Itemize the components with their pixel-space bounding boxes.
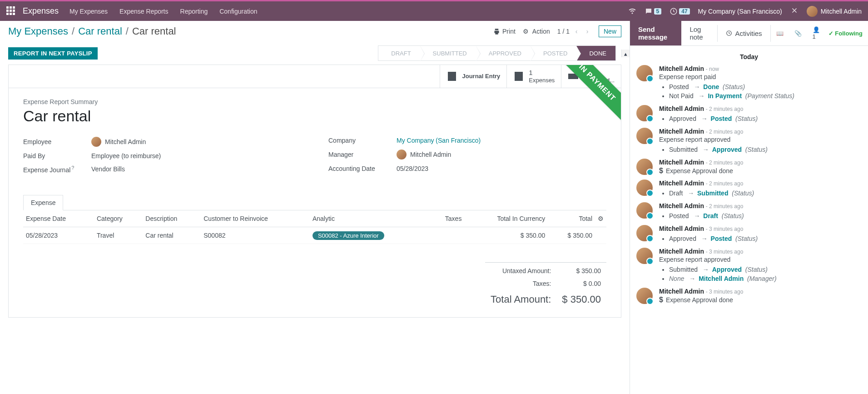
chatter: Send message Log note Activities 📖 📎 👤1 …: [630, 21, 868, 394]
msg-author[interactable]: Mitchell Admin: [659, 65, 704, 72]
th-taxes[interactable]: Taxes: [430, 210, 465, 227]
wifi-icon[interactable]: [628, 6, 636, 16]
change-item: Approved → Posted (Status): [669, 114, 862, 123]
send-message-button[interactable]: Send message: [630, 21, 681, 45]
user-menu[interactable]: Mitchell Admin: [807, 6, 862, 17]
scroll-up-icon[interactable]: ▴: [621, 50, 630, 57]
change-link[interactable]: In Payment: [708, 92, 742, 100]
table-row[interactable]: 05/28/2023 Travel Car rental S00082 S000…: [23, 227, 606, 244]
lbl-untaxed: Untaxed Amount:: [485, 263, 556, 278]
msg-author[interactable]: Mitchell Admin: [659, 128, 704, 135]
th-cust[interactable]: Customer to Reinvoice: [201, 210, 310, 227]
msg-author[interactable]: Mitchell Admin: [659, 225, 704, 232]
attachment-icon[interactable]: 📎: [789, 30, 807, 37]
change-link[interactable]: Posted: [711, 115, 732, 122]
menu-configuration[interactable]: Configuration: [219, 8, 257, 15]
pager-next[interactable]: ›: [583, 28, 591, 35]
change-list: Submitted → Approved (Status)None → Mitc…: [669, 265, 862, 283]
stat-expenses[interactable]: 1Expenses: [506, 65, 561, 88]
print-button[interactable]: Print: [493, 28, 516, 35]
change-link[interactable]: Posted: [711, 235, 732, 242]
lbl-company: Company: [328, 137, 397, 144]
stage-done[interactable]: DONE: [576, 46, 615, 60]
stat-journal-entry[interactable]: Journal Entry: [440, 65, 506, 88]
crumb-my-expenses[interactable]: My Expenses: [8, 25, 68, 37]
dollar-icon: $: [659, 296, 663, 304]
th-desc[interactable]: Description: [143, 210, 201, 227]
change-link[interactable]: Approved: [712, 146, 742, 153]
msg-author[interactable]: Mitchell Admin: [659, 105, 704, 112]
change-list: Draft → Submitted (Status): [669, 189, 862, 198]
svg-point-4: [572, 75, 575, 78]
pager-prev[interactable]: ‹: [572, 28, 580, 35]
brand[interactable]: Expenses: [23, 6, 59, 16]
th-total-c[interactable]: Total In Currency: [464, 210, 548, 227]
msg-author[interactable]: Mitchell Admin: [659, 159, 704, 166]
th-options-icon[interactable]: ⚙: [595, 210, 606, 227]
val-taxes: $ 0.00: [556, 277, 606, 290]
change-link[interactable]: Mitchell Admin: [699, 275, 744, 282]
stage-bar: DRAFT SUBMITTED APPROVED POSTED DONE: [378, 45, 616, 61]
msg-body: Expense report approved: [659, 136, 862, 143]
tools-icon[interactable]: [790, 6, 799, 16]
book-icon[interactable]: 📖: [771, 30, 789, 37]
clock-icon[interactable]: 47: [670, 7, 689, 15]
msg-time: - now: [706, 66, 719, 72]
menu-expense-reports[interactable]: Expense Reports: [119, 8, 168, 15]
help-icon[interactable]: ?: [71, 165, 74, 170]
analytic-tag[interactable]: S00082 - Azure Interior: [312, 231, 384, 240]
change-list: Posted → Done (Status)Not Paid → In Paym…: [669, 82, 862, 100]
company-selector[interactable]: My Company (San Francisco): [698, 8, 782, 15]
chat-icon[interactable]: 5: [645, 7, 662, 15]
msg-author[interactable]: Mitchell Admin: [659, 248, 704, 255]
change-list: Posted → Draft (Status): [669, 211, 862, 220]
th-category[interactable]: Category: [94, 210, 143, 227]
avatar: [636, 159, 653, 175]
stage-approved[interactable]: APPROVED: [476, 46, 531, 60]
th-date[interactable]: Expense Date: [23, 210, 94, 227]
apps-icon[interactable]: [6, 6, 16, 16]
tab-expense[interactable]: Expense: [23, 195, 63, 210]
subtitle: Expense Report Summary: [23, 98, 606, 105]
msg-author[interactable]: Mitchell Admin: [659, 202, 704, 209]
menu-my-expenses[interactable]: My Expenses: [69, 8, 108, 15]
change-link[interactable]: Approved: [712, 266, 742, 273]
stage-posted[interactable]: POSTED: [531, 46, 576, 60]
msg-time: - 2 minutes ago: [706, 106, 744, 112]
change-item: Submitted → Approved (Status): [669, 265, 862, 274]
msg-author[interactable]: Mitchell Admin: [659, 180, 704, 187]
val-acct-date: 05/28/2023: [397, 165, 428, 172]
message: Mitchell Admin - 2 minutes agoApproved →…: [636, 105, 862, 123]
change-link[interactable]: Draft: [703, 212, 718, 219]
change-link[interactable]: Done: [703, 83, 719, 90]
report-next-payslip-button[interactable]: REPORT IN NEXT PAYSLIP: [8, 47, 98, 60]
menu-reporting[interactable]: Reporting: [180, 8, 208, 15]
activities-button[interactable]: Activities: [717, 25, 770, 42]
change-list: Approved → Posted (Status): [669, 114, 862, 123]
stage-submitted[interactable]: SUBMITTED: [420, 46, 476, 60]
th-analytic[interactable]: Analytic: [310, 210, 430, 227]
crumb-car-rental-parent[interactable]: Car rental: [78, 25, 122, 37]
user-name: Mitchell Admin: [821, 8, 862, 15]
followers-count[interactable]: 👤1: [807, 26, 826, 40]
message: Mitchell Admin - nowExpense report paidP…: [636, 65, 862, 100]
change-item: Not Paid → In Payment (Payment Status): [669, 91, 862, 100]
new-button[interactable]: New: [599, 25, 621, 37]
message: Mitchell Admin - 2 minutes ago$Expense A…: [636, 159, 862, 175]
msg-author[interactable]: Mitchell Admin: [659, 288, 704, 295]
following-button[interactable]: Following: [826, 30, 868, 37]
val-company[interactable]: My Company (San Francisco): [397, 137, 481, 144]
change-link[interactable]: Submitted: [697, 190, 728, 197]
log-note-button[interactable]: Log note: [681, 21, 717, 45]
val-manager: Mitchell Admin: [397, 150, 451, 160]
lbl-taxes: Taxes:: [485, 277, 556, 290]
action-button[interactable]: Action: [523, 28, 550, 35]
lbl-acct-date: Accounting Date: [328, 165, 397, 172]
message: Mitchell Admin - 3 minutes agoApproved →…: [636, 225, 862, 243]
stage-draft[interactable]: DRAFT: [378, 46, 420, 60]
msg-time: - 3 minutes ago: [706, 249, 744, 255]
val-untaxed: $ 350.00: [556, 263, 606, 278]
change-item: None → Mitchell Admin (Manager): [669, 274, 862, 283]
change-item: Approved → Posted (Status): [669, 234, 862, 243]
th-total[interactable]: Total: [548, 210, 595, 227]
